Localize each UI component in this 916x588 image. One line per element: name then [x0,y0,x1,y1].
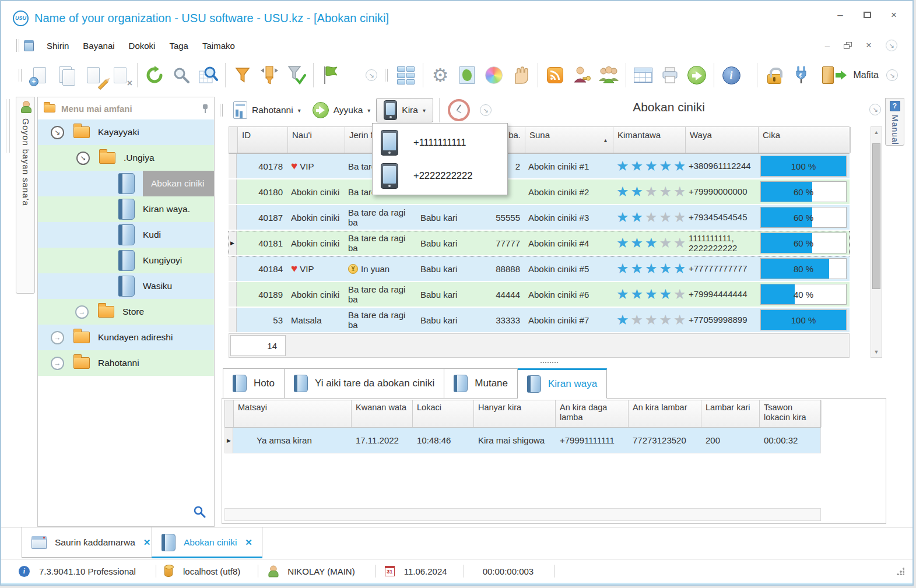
toolbar-overflow-icon[interactable]: ↘ [879,62,906,89]
minimize-button[interactable]: – [834,9,846,21]
col-suna[interactable]: Suna▲ [525,127,613,153]
mafita-label[interactable]: Mafita [853,70,879,80]
tree-item-kundayen-adireshi[interactable]: → Kundayen adireshi [38,325,214,350]
edit-document-icon[interactable] [80,62,107,89]
col-id[interactable]: ID [238,127,288,153]
col-hanyar-kira[interactable]: Hanyar kira [474,400,556,427]
actionbar-grip[interactable] [220,104,223,117]
expander-icon[interactable]: ↘ [76,152,90,165]
plug-icon[interactable] [788,62,815,89]
layout-grid-icon[interactable] [392,62,419,89]
close-tab-icon[interactable]: ✕ [143,537,151,548]
tree-item-kudi[interactable]: Kudi [38,222,214,248]
actions-button[interactable]: Ayyuka ▾ [307,100,377,120]
actionbar-overflow-icon[interactable]: ↘ [472,97,499,124]
call-button[interactable]: Kira ▾ [376,98,433,122]
menu-taga[interactable]: Taga [162,37,195,54]
tab-kiran-waya[interactable]: Kiran waya [518,368,607,399]
new-document-icon[interactable]: + [26,62,53,89]
col-lokaci[interactable]: Lokaci [413,400,474,427]
filter-icon[interactable] [229,62,256,89]
toolbar-grip[interactable] [16,39,19,52]
scroll-down-icon[interactable]: ▼ [871,349,882,355]
close-tab-icon[interactable]: ✕ [245,537,252,548]
table-row[interactable]: 40178 ♥VIP Ba tare 2 Abokin ciniki #1 ★★… [229,154,850,179]
user-key-icon[interactable] [568,62,595,89]
flag-icon[interactable] [317,62,344,89]
col-lambar-kari[interactable]: Lambar kari [701,400,760,427]
resize-grip[interactable] [896,567,904,575]
toolbar-grip-3[interactable] [385,69,388,82]
scroll-up-icon[interactable]: ▲ [871,127,882,135]
menu-dokoki[interactable]: Dokoki [122,37,163,54]
printer-icon[interactable] [657,62,683,89]
pin-icon[interactable] [202,104,208,113]
scrollbar-thumb[interactable] [872,143,880,289]
filter-columns-icon[interactable] [256,62,283,89]
window-tab-abokan-ciniki[interactable]: Abokan ciniki ✕ [152,527,262,558]
col-naui[interactable]: Nau'i [288,127,345,153]
col-matsayi[interactable]: Matsayi [234,400,352,427]
col-kimantawa[interactable]: Kimantawa [613,127,686,153]
col-waya[interactable]: Waya [686,127,759,153]
tree-item-kayayyaki[interactable]: ↘ Kayayyaki [38,119,214,145]
color-wheel-icon[interactable] [480,62,507,89]
support-vertical-tab[interactable]: Goyon bayan sana'a [16,97,35,294]
table-row[interactable]: 53 Matsala Ba tare da ragi ba Babu kari … [229,308,850,333]
copy-document-icon[interactable] [53,62,80,89]
vertical-scrollbar[interactable]: ▲ ▼ [871,126,882,358]
menu-shirin[interactable]: Shirin [40,37,76,54]
child-restore-button[interactable] [844,42,852,49]
filter-apply-icon[interactable] [283,62,310,89]
horizontal-scrollbar[interactable] [224,508,821,521]
tab-hoto[interactable]: Hoto [223,368,285,399]
tree-item-wasiku[interactable]: Wasiku [38,273,214,299]
table-row[interactable]: 40187 Abokin ciniki Ba tare da ragi ba B… [229,205,850,231]
table-grid-icon[interactable] [630,62,657,89]
child-minimize-button[interactable]: – [825,41,830,51]
tree-item-abokan-ciniki[interactable]: Abokan ciniki [38,171,214,196]
menu-bayanai[interactable]: Bayanai [76,37,121,54]
close-button[interactable]: × [888,9,900,21]
col-tsawon-lokacin-kira[interactable]: Tsawon lokacin kira [760,400,822,427]
hand-icon[interactable] [507,62,534,89]
expander-icon[interactable]: → [51,331,64,344]
tree-item-ungiya[interactable]: ↘ .Ungiya [38,145,214,171]
table-row-selected[interactable]: ▶ 40181 Abokin ciniki Ba tare da ragi ba… [229,231,850,256]
collapse-toolbar-icon[interactable]: ↘ [358,62,385,89]
window-tab-saurin[interactable]: Saurin ƙaddamarwa ✕ [22,527,160,558]
panel-edge-grip[interactable] [6,99,10,153]
menu-taimako[interactable]: Taimako [195,37,242,54]
rss-feed-icon[interactable] [542,62,568,89]
search-icon[interactable] [168,62,195,89]
call-number-item[interactable]: +2222222222 [373,159,507,192]
reports-button[interactable]: Rahotanni ▾ [227,100,307,121]
child-close-button[interactable]: × [866,40,872,51]
tree-search-icon[interactable] [193,505,206,520]
tree-item-kungiyoyi[interactable]: Kungiyoyi [38,248,214,273]
info-icon[interactable]: i [718,62,745,89]
map-icon[interactable] [454,62,480,89]
toolbar-grip-2[interactable] [19,69,22,82]
call-row[interactable]: ▶ Ya amsa kiran 17.11.2022 10:48:46 Kira… [224,428,821,453]
table-row[interactable]: 40184 ♥VIP ¥In yuan Babu kari 88888 Abok… [229,256,850,282]
tab-yi-aiki[interactable]: Yi aiki tare da abokan ciniki [285,368,444,399]
table-row[interactable]: 40180 Abokin ciniki Ba tare Abokin cinik… [229,179,850,205]
expander-icon[interactable]: ↘ [51,126,64,139]
col-an-kira-lambar[interactable]: An kira lambar [629,400,701,427]
settings-gear-icon[interactable]: ⚙ [427,62,454,89]
expander-icon[interactable]: → [75,305,89,319]
tab-mutane[interactable]: Mutane [444,368,518,399]
lock-icon[interactable] [761,62,788,89]
menubar-overflow-icon[interactable]: ↘ [886,40,897,51]
maximize-button[interactable] [861,9,873,21]
col-kwanan-wata[interactable]: Kwanan wata [352,400,413,427]
search-table-icon[interactable] [195,62,222,89]
tree-item-rahotanni[interactable]: → Rahotanni [38,350,214,376]
manual-vertical-tab[interactable]: ? Manual [885,98,904,146]
delete-document-icon[interactable]: × [107,62,134,89]
refresh-icon[interactable] [141,62,168,89]
go-next-icon[interactable] [683,62,710,89]
table-row[interactable]: 40189 Abokin ciniki Ba tare da ragi ba B… [229,282,850,308]
tree-item-store[interactable]: → Store [38,299,214,325]
